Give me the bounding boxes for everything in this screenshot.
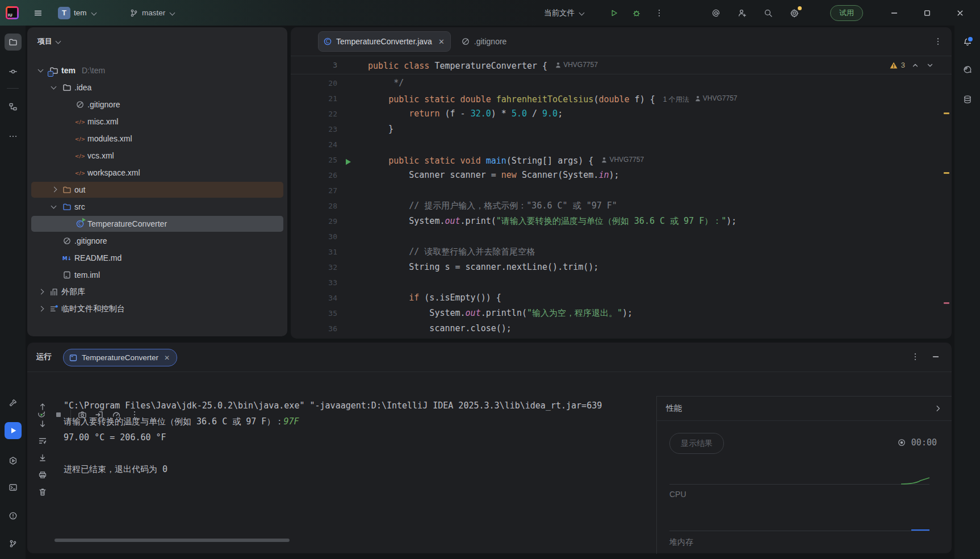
sidebar-item-structure[interactable] <box>5 98 22 115</box>
up-stack-trace-button[interactable] <box>35 399 50 414</box>
tree-item-tem-iml[interactable]: tem.iml <box>27 266 287 283</box>
branch-widget[interactable]: master <box>129 0 177 26</box>
line-number[interactable]: 27 <box>291 183 337 198</box>
prev-warning-icon[interactable] <box>911 61 920 70</box>
hide-tool-window-icon[interactable] <box>931 352 940 361</box>
line-number[interactable]: 35 <box>291 306 337 321</box>
tree-chevron-icon[interactable] <box>36 304 46 314</box>
sidebar-item-notifications[interactable] <box>959 34 976 51</box>
tree-item-src[interactable]: src <box>27 198 287 215</box>
run-config-selector[interactable]: 当前文件 <box>544 0 586 26</box>
author-inlay[interactable]: VHVG7757 <box>555 56 598 74</box>
search-everywhere-button[interactable] <box>760 5 777 22</box>
clear-console-button[interactable] <box>35 485 50 499</box>
tab-gitignore[interactable]: .gitignore <box>461 37 507 46</box>
scroll-to-end-button[interactable] <box>35 450 50 465</box>
line-number[interactable]: 30 <box>291 229 337 244</box>
print-button[interactable] <box>35 468 50 482</box>
show-results-button[interactable]: 显示结果 <box>669 433 724 454</box>
run-options-kebab-icon[interactable] <box>911 352 920 361</box>
tree-item--[interactable]: 临时文件和控制台 <box>27 301 287 318</box>
tree-item--[interactable]: 外部库 <box>27 283 287 301</box>
close-tab-icon[interactable]: ✕ <box>164 354 170 362</box>
tree-item-workspace-xml[interactable]: </>workspace.xml <box>27 164 287 181</box>
project-panel-header[interactable]: 项目 <box>37 36 62 47</box>
sidebar-item-terminal[interactable] <box>5 479 22 496</box>
code-token <box>491 94 496 105</box>
tree-item-readme-md[interactable]: M↓README.md <box>27 249 287 266</box>
author-inlay[interactable]: VHVG7757 <box>601 152 644 168</box>
sidebar-item-database[interactable] <box>959 91 976 108</box>
tree-item--gitignore[interactable]: .gitignore <box>27 232 287 249</box>
editor-options-kebab-icon[interactable] <box>933 37 943 46</box>
tree-item-out[interactable]: out <box>27 181 287 198</box>
project-widget[interactable]: T tem <box>58 0 98 26</box>
maximize-icon <box>923 9 932 18</box>
next-warning-icon[interactable] <box>925 61 935 70</box>
run-tab-temperatureconverter[interactable]: TemperatureConverter ✕ <box>63 349 177 366</box>
performance-header[interactable]: 性能 <box>657 397 952 421</box>
tree-chevron-icon[interactable] <box>49 185 59 194</box>
tree-item-misc-xml[interactable]: </>misc.xml <box>27 113 287 130</box>
debug-button[interactable] <box>628 5 645 22</box>
tree-item--gitignore[interactable]: .gitignore <box>27 96 287 113</box>
tree-item-modules-xml[interactable]: </>modules.xml <box>27 130 287 147</box>
sidebar-item-more[interactable] <box>5 128 22 145</box>
down-stack-trace-button[interactable] <box>35 416 50 431</box>
console-output[interactable]: "C:\Program Files\Java\jdk-25.0.2\bin\ja… <box>64 398 656 477</box>
line-number[interactable]: 20 <box>291 76 337 91</box>
line-number[interactable]: 24 <box>291 137 337 152</box>
sidebar-item-run[interactable] <box>5 422 22 439</box>
tree-chevron-icon[interactable] <box>36 287 46 297</box>
sidebar-item-version-control[interactable] <box>5 535 22 552</box>
line-number[interactable]: 33 <box>291 275 337 290</box>
tree-chevron-icon[interactable] <box>49 202 59 211</box>
warning-stripe-mark[interactable] <box>944 172 949 174</box>
sidebar-item-services[interactable] <box>5 452 22 469</box>
tree-chevron-icon[interactable] <box>49 83 59 92</box>
main-menu-button[interactable] <box>30 5 47 22</box>
tree-item-vcs-xml[interactable]: </>vcs.xml <box>27 147 287 164</box>
tree-chevron-icon[interactable] <box>36 66 46 75</box>
code-with-me-button[interactable] <box>734 5 751 22</box>
maximize-button[interactable] <box>919 5 936 22</box>
line-number[interactable]: 36 <box>291 321 337 336</box>
minimize-button[interactable] <box>886 5 903 22</box>
tree-item-tem[interactable]: temD:\tem <box>27 62 287 79</box>
run-button[interactable] <box>605 5 622 22</box>
error-stripe-mark[interactable] <box>944 302 949 304</box>
sidebar-item-project[interactable] <box>5 34 22 51</box>
trial-button[interactable]: 试用 <box>830 5 863 21</box>
sidebar-item-problems[interactable] <box>5 507 22 524</box>
author-inlay[interactable]: VHVG7757 <box>695 91 738 106</box>
inspections-widget[interactable]: 3 <box>889 56 935 74</box>
code-editor[interactable]: 20 */21 public static double fahrenheitT… <box>291 76 945 336</box>
line-number[interactable]: 32 <box>291 260 337 275</box>
ai-mention-button[interactable] <box>707 5 724 22</box>
library-icon <box>49 287 58 297</box>
tab-temperatureconverter-java[interactable]: C TemperatureConverter.java ✕ <box>318 31 451 52</box>
horizontal-scrollbar[interactable] <box>55 539 290 542</box>
line-number[interactable]: 23 <box>291 122 337 137</box>
tree-item--idea[interactable]: .idea <box>27 79 287 96</box>
close-tab-icon[interactable]: ✕ <box>438 37 445 46</box>
sidebar-item-commit[interactable] <box>5 63 22 80</box>
sidebar-item-build[interactable] <box>5 394 22 411</box>
warning-stripe-mark[interactable] <box>944 112 949 114</box>
usages-inlay[interactable]: 1 个用法 <box>663 92 689 107</box>
line-number[interactable]: 21 <box>291 91 337 106</box>
line-number[interactable]: 29 <box>291 214 337 229</box>
sticky-line[interactable]: 3 public class TemperatureConverter { VH… <box>291 56 952 74</box>
close-button[interactable] <box>952 5 969 22</box>
line-number[interactable]: 34 <box>291 290 337 306</box>
soft-wrap-button[interactable] <box>35 433 50 448</box>
settings-button[interactable] <box>786 5 803 22</box>
line-number[interactable]: 31 <box>291 244 337 260</box>
line-number[interactable]: 28 <box>291 198 337 214</box>
sidebar-item-ai-assistant[interactable] <box>959 61 976 78</box>
tree-item-temperatureconverter[interactable]: CTemperatureConverter <box>27 215 287 232</box>
line-number[interactable]: 22 <box>291 106 337 122</box>
line-number[interactable]: 25 <box>291 152 337 168</box>
run-more-button[interactable] <box>651 5 668 22</box>
line-number[interactable]: 26 <box>291 168 337 183</box>
